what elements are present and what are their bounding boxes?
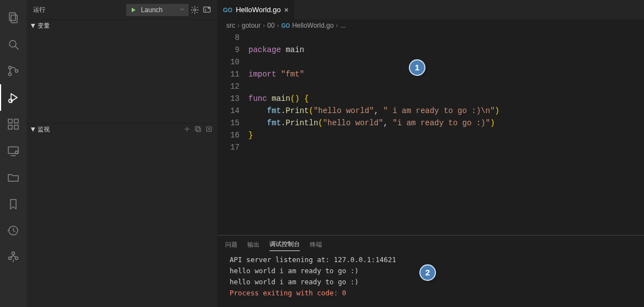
launch-config-name: Launch xyxy=(139,6,177,14)
tree-icon[interactable] xyxy=(0,244,27,270)
annotation-2: 2 xyxy=(419,264,436,281)
breadcrumb-item[interactable]: ... xyxy=(340,22,346,29)
search-icon[interactable] xyxy=(0,31,27,58)
bookmark-icon[interactable] xyxy=(0,191,27,217)
code-line: package main xyxy=(248,44,644,56)
line-number: 10 xyxy=(217,56,240,68)
breadcrumb-item[interactable]: src xyxy=(226,22,235,29)
tab-helloworld[interactable]: GO HelloWorld.go × xyxy=(217,0,295,19)
svg-rect-9 xyxy=(8,119,12,123)
svg-rect-26 xyxy=(195,126,199,130)
code-content[interactable]: package main import "fmt" func main() { … xyxy=(248,32,644,235)
line-number: 9 xyxy=(217,44,240,56)
console-line: API server listening at: 127.0.0.1:14621 xyxy=(230,254,632,265)
go-file-icon: GO xyxy=(223,7,232,13)
run-label: 运行 xyxy=(33,6,45,14)
chevron-right-icon: › xyxy=(263,22,265,29)
annotation-1: 1 xyxy=(409,59,425,76)
panel-tabs: 问题 输出 调试控制台 终端 xyxy=(217,236,644,253)
debug-console-output[interactable]: API server listening at: 127.0.0.1:14621… xyxy=(217,253,644,307)
svg-marker-20 xyxy=(132,8,136,12)
variables-title: 变量 xyxy=(38,22,50,30)
breadcrumb-item[interactable]: HelloWorld.go xyxy=(292,22,334,29)
svg-line-3 xyxy=(15,47,18,49)
collapse-all-icon[interactable] xyxy=(194,125,202,134)
tab-output[interactable]: 输出 xyxy=(247,238,259,251)
breadcrumb-item[interactable]: gotour xyxy=(242,22,261,29)
svg-rect-10 xyxy=(14,119,18,123)
debug-console-icon[interactable] xyxy=(201,4,213,16)
svg-point-2 xyxy=(9,40,16,47)
history-icon[interactable] xyxy=(0,217,27,244)
gear-icon[interactable] xyxy=(189,4,201,16)
watch-body xyxy=(27,135,217,307)
tab-filename: HelloWorld.go xyxy=(236,6,281,14)
code-line: import "fmt" xyxy=(248,68,644,80)
line-number: 13 xyxy=(217,93,240,105)
svg-point-15 xyxy=(15,151,18,154)
code-line: } xyxy=(248,129,644,141)
close-all-icon[interactable] xyxy=(205,125,213,134)
code-line: fmt.Println("hello world", "i am ready t… xyxy=(248,117,644,129)
close-icon[interactable]: × xyxy=(284,6,289,14)
line-number: 8 xyxy=(217,32,240,44)
line-number: 17 xyxy=(217,141,240,154)
code-editor[interactable]: 8 9 10 11 12 13 14 15 16 17 package main… xyxy=(217,32,644,235)
play-icon xyxy=(130,7,137,13)
folder-icon[interactable] xyxy=(0,164,27,191)
line-number: 12 xyxy=(217,80,240,93)
svg-rect-27 xyxy=(197,127,201,131)
variables-section-header[interactable]: ▶ 变量 xyxy=(27,19,217,32)
remote-icon[interactable] xyxy=(0,137,27,164)
bottom-panel: 问题 输出 调试控制台 终端 API server listening at: … xyxy=(217,235,644,307)
scm-icon[interactable] xyxy=(0,58,27,84)
svg-point-23 xyxy=(208,7,210,9)
svg-rect-11 xyxy=(8,125,12,129)
chevron-down-icon xyxy=(179,6,185,14)
variables-body xyxy=(27,32,217,123)
code-line xyxy=(248,141,644,154)
editor-tab-bar: GO HelloWorld.go × xyxy=(217,0,644,19)
svg-rect-12 xyxy=(14,125,18,129)
line-gutter: 8 9 10 11 12 13 14 15 16 17 xyxy=(217,32,248,235)
line-number: 16 xyxy=(217,129,240,141)
chevron-down-icon: ▶ xyxy=(30,127,37,132)
activity-bar xyxy=(0,0,27,307)
chevron-down-icon: ▶ xyxy=(30,24,37,28)
code-line xyxy=(248,32,644,44)
editor-area: GO HelloWorld.go × src› gotour› 00› GO H… xyxy=(217,0,644,307)
debug-sidebar: 运行 Launch ▶ 变量 ▶ 监视 xyxy=(27,0,217,307)
code-line xyxy=(248,80,644,93)
svg-point-21 xyxy=(194,9,196,11)
debug-icon[interactable] xyxy=(0,84,27,111)
svg-rect-1 xyxy=(11,15,17,23)
code-line: func main() { xyxy=(248,93,644,105)
line-number: 15 xyxy=(217,117,240,129)
add-icon[interactable] xyxy=(183,125,191,134)
tab-terminal[interactable]: 终端 xyxy=(310,238,322,251)
tab-debug-console[interactable]: 调试控制台 xyxy=(269,238,300,251)
code-line: fmt.Print("hello world", " i am ready to… xyxy=(248,105,644,117)
go-file-icon: GO xyxy=(281,23,290,29)
tab-problems[interactable]: 问题 xyxy=(225,238,237,251)
watch-section-header[interactable]: ▶ 监视 xyxy=(27,123,217,135)
launch-config-select[interactable]: Launch xyxy=(126,4,189,16)
chevron-right-icon: › xyxy=(237,22,240,29)
svg-rect-0 xyxy=(9,13,15,21)
breadcrumb-item[interactable]: 00 xyxy=(267,22,274,29)
extensions-icon[interactable] xyxy=(0,111,27,137)
chevron-right-icon: › xyxy=(277,22,279,29)
files-icon[interactable] xyxy=(0,4,27,31)
chevron-right-icon: › xyxy=(336,22,338,29)
debug-actions: 运行 Launch xyxy=(27,0,217,19)
watch-title: 监视 xyxy=(38,125,50,134)
line-number: 14 xyxy=(217,105,240,117)
line-number: 11 xyxy=(217,68,240,80)
console-exit-line: Process exiting with code: 0 xyxy=(230,288,632,299)
breadcrumb[interactable]: src› gotour› 00› GO HelloWorld.go› ... xyxy=(217,19,644,32)
svg-rect-13 xyxy=(8,147,18,154)
code-line xyxy=(248,56,644,68)
